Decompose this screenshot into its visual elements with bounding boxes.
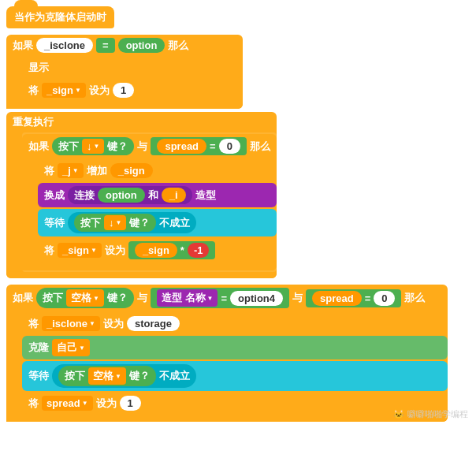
eq1-badge: = bbox=[96, 38, 115, 53]
wait-block: 等待 按下 ↓ 键？ 不成立 bbox=[38, 209, 277, 236]
key-down-label: 按下 bbox=[58, 140, 79, 154]
if3-header: 如果 按下 空格 键？ 与 造型 名称 = option4 与 spread = bbox=[6, 285, 448, 311]
set-sign-block: 将 _sign 设为 1 bbox=[22, 80, 243, 101]
wait2-condition: 按下 空格 键？ 不成立 bbox=[52, 364, 196, 388]
costume-name-condition: 造型 名称 = option4 bbox=[151, 288, 289, 308]
if3-footer bbox=[6, 415, 448, 422]
then2-label: 那么 bbox=[250, 140, 270, 154]
key-label: 键？ bbox=[107, 140, 128, 154]
if2-header: 如果 按下 ↓ 键？ 与 spread = 0 那么 bbox=[22, 134, 277, 158]
watermark: 🐱 噼噼啪啪学编程 bbox=[393, 408, 468, 420]
set-to-label: 设为 bbox=[89, 84, 110, 98]
switch-costume-block: 换成 连接 option 和 _i 造型 bbox=[38, 183, 277, 207]
and3-label: 与 bbox=[137, 291, 147, 305]
set-to4-label: 设为 bbox=[96, 397, 117, 411]
spread-val-pill: 1 bbox=[120, 396, 141, 411]
costume-label: 造型 bbox=[195, 188, 216, 203]
if1-footer bbox=[6, 102, 243, 109]
logo-icon: 🐱 bbox=[393, 409, 404, 419]
down-key2-dropdown[interactable]: ↓ bbox=[104, 215, 126, 230]
spread-pill[interactable]: spread bbox=[157, 139, 206, 154]
sign-ref2-pill[interactable]: _sign bbox=[135, 243, 177, 258]
hat-label: 当作为克隆体启动时 bbox=[14, 10, 106, 24]
repeat-body: 如果 按下 ↓ 键？ 与 spread = 0 那么 bbox=[22, 132, 277, 272]
if2-block: 如果 按下 ↓ 键？ 与 spread = 0 那么 bbox=[22, 134, 277, 270]
spread-condition: spread = 0 bbox=[151, 137, 246, 155]
set-isclone-block: 将 _isclone 设为 storage bbox=[22, 313, 448, 334]
scratch-program: 当作为克隆体启动时 如果 _isclone = option 那么 显示 将 _… bbox=[0, 0, 476, 430]
zero2-pill: 0 bbox=[374, 291, 395, 306]
option2-pill[interactable]: option bbox=[98, 188, 145, 203]
wait2-block: 等待 按下 空格 键？ 不成立 bbox=[22, 361, 448, 391]
if1-body: 显示 将 _sign 设为 1 bbox=[22, 58, 243, 101]
space-key-condition: 按下 空格 键？ bbox=[36, 288, 134, 308]
if3-body: 将 _isclone 设为 storage 克隆 自己 等待 按下 bbox=[22, 313, 448, 414]
if1-block: 如果 _isclone = option 那么 显示 将 _sign 设为 1 bbox=[6, 35, 243, 109]
then3-label: 那么 bbox=[404, 291, 425, 305]
option-pill[interactable]: option bbox=[118, 38, 165, 53]
key-condition: 按下 ↓ 键？ bbox=[52, 137, 134, 155]
switch-label: 换成 bbox=[44, 188, 65, 203]
add-label: 增加 bbox=[87, 164, 107, 178]
connect-label: 连接 bbox=[74, 188, 95, 203]
clone-block: 克隆 自己 bbox=[22, 336, 448, 359]
wait-label: 等待 bbox=[44, 216, 65, 230]
myself-dropdown[interactable]: 自己 bbox=[52, 339, 90, 356]
set-sign-label: 将 bbox=[28, 84, 39, 98]
space-key-dropdown[interactable]: 空格 bbox=[66, 289, 104, 307]
down-key-dropdown[interactable]: ↓ bbox=[82, 139, 104, 154]
space-key2-dropdown[interactable]: 空格 bbox=[88, 367, 126, 385]
set-sign2-block: 将 _sign 设为 _sign * -1 bbox=[38, 238, 277, 263]
hat-block: 当作为克隆体启动时 bbox=[6, 6, 114, 28]
multiply-label: * bbox=[180, 244, 184, 256]
repeat-block: 重复执行 如果 按下 ↓ 键？ 与 spread = bbox=[6, 112, 277, 278]
isclone-var[interactable]: _isclone bbox=[36, 38, 93, 53]
watermark-text: 噼噼啪啪学编程 bbox=[407, 408, 468, 420]
set-to3-label: 设为 bbox=[103, 317, 124, 331]
j-dropdown[interactable]: _j bbox=[58, 163, 84, 178]
eq2-label: = bbox=[210, 140, 216, 152]
multiply-block: _sign * -1 bbox=[128, 241, 216, 259]
show-block: 显示 bbox=[22, 58, 243, 78]
set-spread-label: 将 bbox=[28, 397, 39, 411]
add-j-label: 将 bbox=[44, 164, 54, 178]
if3-label: 如果 bbox=[13, 291, 33, 305]
sign-ref-pill[interactable]: _sign bbox=[110, 163, 153, 178]
if2-label: 如果 bbox=[28, 140, 49, 154]
i-var-pill[interactable]: _i bbox=[162, 188, 186, 203]
wait-condition: 按下 ↓ 键？ 不成立 bbox=[68, 212, 196, 233]
if2-footer bbox=[22, 264, 277, 270]
costume-name-dropdown[interactable]: 造型 名称 bbox=[157, 289, 218, 307]
set-isclone-label: 将 bbox=[28, 317, 39, 331]
if2-body: 将 _j 增加 _sign 换成 连接 option 和 bbox=[38, 160, 277, 263]
if3-block: 如果 按下 空格 键？ 与 造型 名称 = option4 与 spread = bbox=[6, 285, 448, 422]
zero-pill: 0 bbox=[219, 139, 240, 154]
set-sign2-label: 将 bbox=[44, 244, 54, 258]
repeat-footer bbox=[6, 272, 277, 278]
not-key-block: 按下 ↓ 键？ bbox=[74, 214, 156, 232]
sign-dropdown[interactable]: _sign bbox=[42, 83, 86, 98]
repeat-label: 重复执行 bbox=[13, 115, 54, 129]
if1-header: 如果 _isclone = option 那么 bbox=[6, 35, 243, 56]
repeat-header: 重复执行 bbox=[6, 112, 277, 132]
add-j-block: 将 _j 增加 _sign bbox=[38, 160, 277, 181]
spread2-condition: spread = 0 bbox=[306, 289, 401, 307]
neg1-pill: -1 bbox=[188, 243, 210, 258]
isclone-dropdown[interactable]: _isclone bbox=[42, 316, 100, 331]
if1-label: 如果 bbox=[13, 39, 33, 53]
option4-pill[interactable]: option4 bbox=[230, 291, 283, 306]
sign-val: 1 bbox=[113, 83, 134, 98]
and2-label: 和 bbox=[148, 188, 158, 203]
then1-label: 那么 bbox=[168, 39, 188, 53]
sign2-dropdown[interactable]: _sign bbox=[58, 243, 102, 258]
wait2-label: 等待 bbox=[28, 369, 49, 383]
storage-pill: storage bbox=[127, 316, 180, 331]
set-spread-block: 将 spread 设为 1 bbox=[22, 393, 448, 414]
set-to2-label: 设为 bbox=[105, 244, 125, 258]
spread2-pill[interactable]: spread bbox=[312, 291, 362, 306]
not-label: 不成立 bbox=[159, 216, 190, 230]
not2-label: 不成立 bbox=[159, 369, 190, 383]
and-label: 与 bbox=[137, 140, 147, 154]
connect-block: 连接 option 和 _i bbox=[68, 186, 192, 204]
spread-dropdown[interactable]: spread bbox=[42, 396, 93, 411]
